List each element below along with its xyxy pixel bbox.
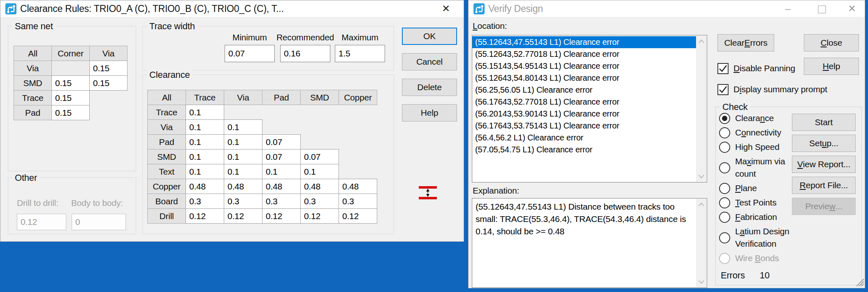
grid-cell[interactable]: 0.1 — [224, 149, 262, 164]
disable-panning-checkbox[interactable]: Disable Panning — [717, 62, 795, 75]
grid-cell[interactable]: 0.15 — [51, 105, 90, 120]
radio-label: Fabrication — [735, 211, 777, 223]
report-file-button[interactable]: Report File... — [792, 177, 856, 194]
grid-cell[interactable]: 0.1 — [224, 119, 262, 135]
grid-cell[interactable]: 0.1 — [300, 164, 339, 179]
explanation-scrollbar[interactable] — [696, 199, 706, 287]
grid-cell[interactable]: 0.12 — [300, 208, 339, 224]
start-button[interactable]: Start — [792, 114, 856, 131]
location-list-item[interactable]: (56.20143,53.90143 L1) Clearance error — [472, 108, 696, 120]
grid-cell[interactable]: 0.48 — [224, 179, 262, 194]
view-report-button[interactable]: View Report... — [792, 156, 856, 173]
maximize-icon[interactable] — [812, 0, 832, 17]
grid-cell[interactable]: 0.07 — [262, 149, 301, 164]
grid-cell[interactable]: 0.07 — [262, 134, 301, 150]
minimize-icon[interactable]: – — [777, 0, 798, 17]
grid-cell[interactable]: 0.07 — [300, 149, 339, 164]
location-list-item[interactable]: (55.12643,47.55143 L1) Clearance error — [472, 36, 696, 48]
grid-cell[interactable]: 0.1 — [186, 164, 224, 179]
close-icon[interactable]: ✕ — [436, 0, 456, 17]
radio-icon — [719, 142, 730, 153]
grid-cell[interactable]: 0.48 — [262, 179, 301, 194]
location-list-item[interactable]: (56.17643,52.77018 L1) Clearance error — [472, 96, 696, 108]
maximum-input[interactable]: 1.5 — [335, 45, 385, 62]
grid-cell[interactable]: 0.3 — [339, 194, 377, 209]
location-list-item[interactable]: (56.4,56.2 L1) Clearance error — [472, 132, 696, 144]
table-row: Via0.15 — [14, 61, 128, 76]
grid-cell[interactable]: 0.1 — [224, 134, 262, 150]
grid-cell[interactable]: 0.48 — [300, 179, 339, 194]
radio-latium-design-verification[interactable]: Latium Design Verification — [719, 225, 793, 250]
radio-wire-bonds: Wire Bonds — [719, 252, 793, 264]
help-button[interactable]: Help — [402, 104, 457, 121]
grid-cell[interactable]: 0.15 — [89, 61, 128, 76]
radio-plane[interactable]: Plane — [719, 182, 793, 194]
location-list-item[interactable]: (55.12643,54.80143 L1) Clearance error — [472, 72, 696, 84]
grid-cell[interactable]: 0.15 — [51, 90, 90, 105]
grid-cell[interactable]: 0.48 — [339, 179, 377, 194]
drill-to-drill-input: 0.12 — [17, 214, 66, 230]
close-icon[interactable]: ✕ — [842, 0, 862, 17]
location-list-item[interactable]: (57.05,54.75 L1) Clearance error — [472, 144, 696, 156]
radio-icon — [719, 212, 730, 223]
grid-cell[interactable]: 0.12 — [262, 208, 301, 224]
grid-cell[interactable]: 0.1 — [262, 164, 301, 179]
grid-cell[interactable]: 0.15 — [51, 75, 90, 91]
row-header: Trace — [147, 105, 186, 120]
table-row: Pad0.15 — [14, 105, 128, 120]
grid-cell[interactable]: 0.12 — [339, 208, 377, 224]
grid-cell[interactable]: 0.1 — [186, 119, 224, 135]
recommended-input[interactable]: 0.16 — [280, 45, 330, 62]
display-summary-checkbox[interactable]: Display summary prompt — [717, 83, 827, 96]
setup-button[interactable]: Setup... — [792, 135, 856, 152]
row-header: SMD — [14, 75, 52, 91]
clearance-group-label: Clearance — [147, 70, 192, 80]
grid-cell[interactable]: 0.1 — [186, 105, 224, 120]
grid-cell[interactable]: 0.3 — [262, 194, 301, 209]
minimum-input[interactable]: 0.07 — [225, 45, 275, 62]
location-list-item[interactable]: (56.17643,53.75143 L1) Clearance error — [472, 120, 696, 132]
trace-width-group-label: Trace width — [147, 21, 197, 32]
column-header: Corner — [51, 46, 90, 61]
grid-cell[interactable]: 0.3 — [300, 194, 339, 209]
column-header: Pad — [262, 90, 301, 105]
grid-cell[interactable]: 0.12 — [224, 208, 262, 224]
errors-label: Errors — [721, 270, 745, 280]
scroll-up-icon[interactable] — [696, 36, 706, 47]
explanation-label: Explanation: — [473, 186, 519, 196]
grid-cell[interactable]: 0.1 — [186, 134, 224, 150]
scroll-down-icon[interactable] — [696, 171, 706, 182]
radio-fabrication[interactable]: Fabrication — [719, 211, 793, 223]
grid-cell[interactable]: 0.1 — [224, 164, 262, 179]
radio-high-speed[interactable]: High Speed — [719, 141, 793, 153]
grid-cell[interactable]: 0.1 — [186, 149, 224, 164]
scroll-down-icon[interactable] — [696, 276, 706, 287]
cancel-button[interactable]: Cancel — [402, 53, 457, 70]
grid-cell[interactable]: 0.3 — [186, 194, 224, 209]
scroll-up-icon[interactable] — [696, 199, 706, 210]
location-list-item[interactable]: (55.12643,52.77018 L1) Clearance error — [472, 48, 696, 60]
grid-cell[interactable]: 0.48 — [186, 179, 224, 194]
grid-cell[interactable]: 0.12 — [186, 208, 224, 224]
location-scrollbar[interactable] — [696, 36, 706, 182]
table-row: Text0.10.10.10.1 — [148, 164, 377, 179]
radio-icon — [719, 183, 730, 194]
clear-errors-button[interactable]: Clear Errors — [717, 34, 774, 51]
delete-button[interactable]: Delete — [402, 79, 457, 96]
radio-icon — [719, 232, 730, 243]
radio-test-points[interactable]: Test Points — [719, 196, 793, 209]
help-button[interactable]: Help — [804, 58, 859, 75]
grid-cell[interactable]: 0.15 — [89, 75, 128, 91]
table-row: Trace0.1 — [148, 105, 377, 120]
errors-status: Errors 10 — [721, 270, 770, 281]
close-button[interactable]: Close — [804, 34, 859, 51]
ok-button[interactable]: OK — [402, 28, 457, 45]
grid-cell[interactable]: 0.3 — [224, 194, 262, 209]
radio-maximum-via-count[interactable]: Maximum via count — [719, 155, 793, 180]
radio-connectivity[interactable]: Connectivity — [719, 126, 793, 139]
location-list-item[interactable]: (55.15143,54.95143 L1) Clearance error — [472, 60, 696, 72]
radio-clearance[interactable]: Clearance — [719, 112, 793, 124]
location-list-item[interactable]: (56.25,56.05 L1) Clearance error — [472, 84, 696, 96]
resize-grip[interactable] — [853, 276, 864, 286]
maximum-label: Maximum — [341, 33, 378, 42]
